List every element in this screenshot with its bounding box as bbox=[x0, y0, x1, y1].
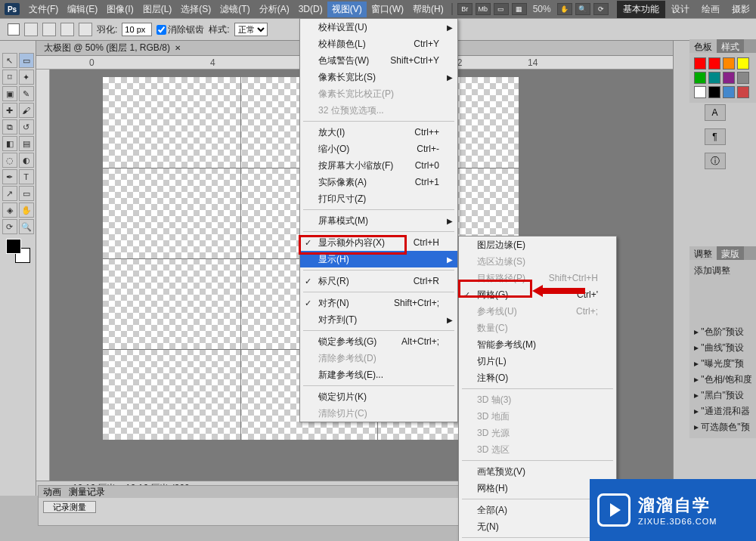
swatch[interactable] bbox=[737, 86, 749, 98]
eraser-tool-icon[interactable]: ◧ bbox=[2, 136, 17, 151]
crop-tool-icon[interactable]: ▣ bbox=[2, 86, 17, 101]
menu-edit[interactable]: 编辑(E) bbox=[63, 2, 102, 17]
blur-tool-icon[interactable]: ◌ bbox=[2, 153, 17, 168]
preset-item[interactable]: ▸ "色阶"预设 bbox=[694, 324, 751, 340]
history-tool-icon[interactable]: ↺ bbox=[19, 119, 34, 134]
swatch[interactable] bbox=[723, 86, 735, 98]
menu-item[interactable]: ✓对齐(N)Shift+Ctrl+; bbox=[300, 295, 457, 311]
menu-item[interactable]: 画笔预览(V) bbox=[459, 463, 616, 480]
menu-item[interactable]: 打印尺寸(Z) bbox=[300, 190, 457, 207]
swatch[interactable] bbox=[708, 57, 720, 70]
menu-item[interactable]: 校样设置(U)▶ bbox=[300, 19, 457, 36]
menu-item[interactable]: 显示(H)▶ bbox=[300, 251, 457, 267]
screen-mode-icon[interactable]: ▭ bbox=[494, 3, 509, 15]
menu-item[interactable]: 智能参考线(M) bbox=[459, 336, 616, 353]
marquee-tool-icon[interactable]: ▭ bbox=[19, 53, 34, 68]
wand-tool-icon[interactable]: ✦ bbox=[19, 70, 34, 85]
menu-analysis[interactable]: 分析(A) bbox=[255, 2, 294, 17]
antialias-checkbox[interactable] bbox=[156, 25, 166, 35]
swatch[interactable] bbox=[694, 57, 706, 70]
tab-animation[interactable]: 动画 bbox=[43, 486, 61, 498]
menu-item[interactable]: 放大(I)Ctrl++ bbox=[300, 124, 457, 141]
preset-item[interactable]: ▸ "曝光度"预 bbox=[694, 356, 751, 372]
type-tool-icon[interactable]: T bbox=[19, 169, 34, 184]
menu-select[interactable]: 选择(S) bbox=[176, 2, 215, 17]
zoom-icon[interactable]: 🔍 bbox=[575, 3, 590, 15]
dodge-tool-icon[interactable]: ◐ bbox=[19, 153, 34, 168]
workspace-design[interactable]: 设计 bbox=[665, 1, 696, 18]
workspace-essentials[interactable]: 基本功能 bbox=[617, 1, 665, 18]
menu-item[interactable]: 缩小(O)Ctrl+- bbox=[300, 141, 457, 157]
tab-styles[interactable]: 样式 bbox=[717, 39, 744, 53]
shape-tool-icon[interactable]: ▭ bbox=[19, 186, 34, 201]
fg-color[interactable] bbox=[6, 239, 21, 254]
menu-view[interactable]: 视图(V) bbox=[327, 2, 367, 17]
style-select[interactable]: 正常 bbox=[234, 23, 268, 36]
menu-image[interactable]: 图像(I) bbox=[102, 2, 138, 17]
menu-item[interactable]: 切片(L) bbox=[459, 353, 616, 369]
menu-item[interactable]: 按屏幕大小缩放(F)Ctrl+0 bbox=[300, 157, 457, 174]
record-measure-button[interactable]: 记录测量 bbox=[43, 501, 96, 513]
swatch[interactable] bbox=[723, 72, 735, 84]
arrange-icon[interactable]: ▦ bbox=[512, 3, 527, 15]
lasso-tool-icon[interactable]: ⌑ bbox=[2, 70, 17, 85]
swatch[interactable] bbox=[737, 57, 749, 70]
preset-item[interactable]: ▸ 可选颜色"预 bbox=[694, 419, 751, 435]
pen-tool-icon[interactable]: ✒ bbox=[2, 169, 17, 184]
swatch[interactable] bbox=[737, 72, 749, 84]
swatch[interactable] bbox=[708, 86, 720, 98]
menu-item[interactable]: 色域警告(W)Shift+Ctrl+Y bbox=[300, 52, 457, 69]
menu-item[interactable]: 对齐到(T)▶ bbox=[300, 311, 457, 328]
menu-layer[interactable]: 图层(L) bbox=[138, 2, 177, 17]
rotate-icon[interactable]: ⟳ bbox=[593, 3, 609, 15]
menu-window[interactable]: 窗口(W) bbox=[367, 2, 408, 17]
tab-swatches[interactable]: 色板 bbox=[689, 39, 717, 53]
menu-item[interactable]: 校样颜色(L)Ctrl+Y bbox=[300, 36, 457, 52]
menu-help[interactable]: 帮助(H) bbox=[408, 2, 448, 17]
preset-item[interactable]: ▸ "曲线"预设 bbox=[694, 340, 751, 356]
menu-item[interactable]: 锁定参考线(G)Alt+Ctrl+; bbox=[300, 333, 457, 350]
path-tool-icon[interactable]: ↗ bbox=[2, 186, 17, 201]
color-swatches[interactable] bbox=[6, 239, 30, 263]
feather-input[interactable] bbox=[122, 23, 152, 36]
swatch[interactable] bbox=[694, 86, 706, 98]
menu-item[interactable]: 实际像素(A)Ctrl+1 bbox=[300, 174, 457, 190]
menu-item[interactable]: 新建参考线(E)... bbox=[300, 366, 457, 383]
tab-measure[interactable]: 测量记录 bbox=[69, 486, 105, 498]
swatch[interactable] bbox=[694, 72, 706, 84]
swatch[interactable] bbox=[708, 72, 720, 84]
menu-item[interactable]: 注释(O) bbox=[459, 369, 616, 386]
3d-tool-icon[interactable]: ◈ bbox=[2, 202, 17, 218]
bridge-icon[interactable]: Br bbox=[457, 3, 472, 15]
hand-icon[interactable]: ✋ bbox=[557, 3, 572, 15]
menu-item[interactable]: 图层边缘(E) bbox=[459, 236, 616, 253]
menu-file[interactable]: 文件(F) bbox=[24, 2, 63, 17]
hand-tool-icon[interactable]: ✋ bbox=[19, 202, 34, 218]
preset-item[interactable]: ▸ "色相/饱和度 bbox=[694, 372, 751, 388]
heal-tool-icon[interactable]: ✚ bbox=[2, 103, 17, 118]
tab-mask[interactable]: 蒙版 bbox=[717, 246, 744, 260]
tab-adjust[interactable]: 调整 bbox=[689, 246, 717, 260]
menu-item[interactable]: ✓显示额外内容(X)Ctrl+H bbox=[300, 234, 457, 251]
marquee-rect-icon[interactable] bbox=[24, 23, 38, 36]
menu-item[interactable]: 锁定切片(K) bbox=[300, 388, 457, 405]
minibridge-icon[interactable]: Mb bbox=[476, 3, 491, 15]
gradient-tool-icon[interactable]: ▤ bbox=[19, 136, 34, 151]
close-icon[interactable]: ✕ bbox=[175, 44, 181, 52]
brush-tool-icon[interactable]: 🖌 bbox=[19, 103, 34, 118]
menu-3d[interactable]: 3D(D) bbox=[294, 2, 327, 16]
marquee-int-icon[interactable] bbox=[79, 23, 92, 36]
menu-item[interactable]: 像素长宽比(S)▶ bbox=[300, 69, 457, 85]
menu-item[interactable]: ✓标尺(R)Ctrl+R bbox=[300, 273, 457, 289]
stamp-tool-icon[interactable]: ⧉ bbox=[2, 119, 17, 134]
menu-filter[interactable]: 滤镜(T) bbox=[215, 2, 254, 17]
marquee-add-icon[interactable] bbox=[42, 23, 56, 36]
eyedrop-tool-icon[interactable]: ✎ bbox=[19, 86, 34, 101]
ruler-vertical[interactable] bbox=[36, 70, 50, 481]
marquee-sub-icon[interactable] bbox=[60, 23, 74, 36]
move-tool-icon[interactable]: ↖ bbox=[2, 53, 17, 68]
rotate-tool-icon[interactable]: ⟳ bbox=[2, 219, 17, 234]
preset-item[interactable]: ▸ "黑白"预设 bbox=[694, 388, 751, 403]
menu-item[interactable]: 屏幕模式(M)▶ bbox=[300, 212, 457, 229]
zoom-tool-icon[interactable]: 🔍 bbox=[19, 219, 34, 234]
